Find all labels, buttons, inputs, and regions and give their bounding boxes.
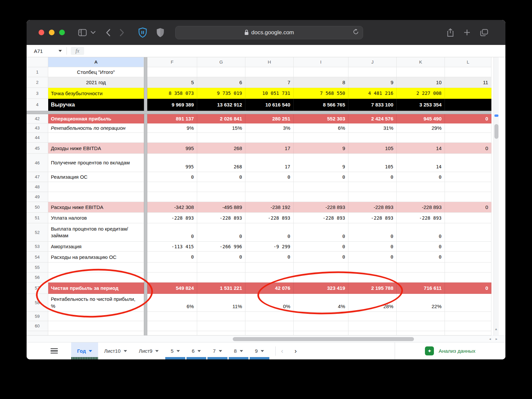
vertical-scrollbar[interactable]: [493, 57, 499, 335]
cell-J45[interactable]: 105: [348, 143, 397, 154]
cell-A46[interactable]: Получение процентов по вкладам: [48, 154, 144, 172]
cell-J59[interactable]: [348, 312, 397, 321]
cell-J47[interactable]: 0: [348, 172, 397, 182]
cell-F45[interactable]: 995: [147, 143, 197, 154]
row-header-49[interactable]: 49: [27, 192, 48, 202]
cell-I1[interactable]: [294, 67, 348, 77]
cell-A2[interactable]: 2021 год: [48, 77, 144, 88]
cell-I53[interactable]: 0: [294, 242, 348, 252]
cell-F1[interactable]: [147, 67, 197, 77]
freeze-column-divider[interactable]: [144, 77, 147, 88]
row-header-54[interactable]: 54: [27, 252, 48, 263]
tab-dropdown-icon[interactable]: [89, 350, 92, 352]
zoom-window-button[interactable]: [59, 30, 65, 35]
freeze-column-divider[interactable]: [144, 263, 147, 273]
close-window-button[interactable]: [39, 30, 44, 35]
cell-K55[interactable]: [397, 263, 445, 273]
freeze-column-divider[interactable]: [144, 67, 147, 77]
cell-G51[interactable]: -228 893: [197, 213, 245, 223]
freeze-column-divider[interactable]: [144, 88, 147, 99]
row-header-51[interactable]: 51: [27, 213, 48, 223]
cell-J52[interactable]: 0: [348, 223, 397, 242]
sheet-tab-7[interactable]: 7: [207, 342, 228, 359]
cell-A47[interactable]: Реализация ОС: [48, 172, 144, 182]
row-header-filler[interactable]: [27, 331, 48, 335]
row-header-43[interactable]: 43: [27, 123, 48, 133]
cell-K54[interactable]: 0: [397, 252, 445, 263]
cell-K47[interactable]: 0: [397, 172, 445, 182]
cell-F[interactable]: [147, 331, 197, 335]
cell-F3[interactable]: 8 358 073: [147, 88, 197, 99]
cell-H43[interactable]: 3%: [245, 123, 294, 133]
cell-L53[interactable]: [445, 242, 491, 252]
cell-K43[interactable]: 29%: [397, 123, 445, 133]
cell-L[interactable]: [445, 331, 491, 335]
shield-pause-icon[interactable]: [138, 27, 147, 38]
cell-F52[interactable]: 0: [147, 223, 197, 242]
cell-H55[interactable]: [245, 263, 294, 273]
scroll-up-arrow-icon[interactable]: ▲: [493, 326, 499, 331]
cell-J42[interactable]: 2 424 576: [348, 114, 397, 123]
cell-L45[interactable]: 0: [445, 143, 491, 154]
row-header-47[interactable]: 47: [27, 172, 48, 182]
tabs-next-icon[interactable]: ›: [295, 347, 297, 355]
cell-H1[interactable]: [245, 67, 294, 77]
cell-K51[interactable]: -228 893: [397, 213, 445, 223]
cell-H60[interactable]: [245, 321, 294, 331]
cell-H47[interactable]: 0: [245, 172, 294, 182]
name-box[interactable]: A71: [27, 48, 66, 54]
all-sheets-menu-icon[interactable]: [51, 348, 58, 354]
horizontal-scrollbar[interactable]: ◂ ▸: [27, 335, 505, 342]
cell-K4[interactable]: 3 253 354: [397, 99, 445, 111]
cell-H2[interactable]: 7: [245, 77, 294, 88]
cell-A44[interactable]: [48, 133, 144, 143]
cell-J49[interactable]: [348, 192, 397, 202]
cell-G3[interactable]: 9 735 019: [197, 88, 245, 99]
tab-dropdown-icon[interactable]: [155, 350, 159, 352]
cell-F60[interactable]: [147, 321, 197, 331]
freeze-column-divider[interactable]: [144, 123, 147, 133]
cell-J54[interactable]: 0: [348, 252, 397, 263]
cell-I3[interactable]: 7 568 550: [294, 88, 348, 99]
horizontal-scrollbar-thumb[interactable]: [233, 337, 414, 341]
row-header-50[interactable]: 50: [27, 202, 48, 213]
cell-H45[interactable]: 17: [245, 143, 294, 154]
column-header-G[interactable]: G: [197, 57, 245, 67]
cell-J3[interactable]: 4 481 216: [348, 88, 397, 99]
cell-H3[interactable]: 10 051 731: [245, 88, 294, 99]
cell-L59[interactable]: [445, 312, 491, 321]
cell-J[interactable]: [348, 331, 397, 335]
freeze-column-divider[interactable]: [144, 182, 147, 192]
cell-H49[interactable]: [245, 192, 294, 202]
shield-icon[interactable]: [156, 28, 165, 38]
cell-L43[interactable]: [445, 123, 491, 133]
row-header-60[interactable]: 60: [27, 321, 48, 331]
minimize-window-button[interactable]: [49, 30, 55, 35]
share-icon[interactable]: [447, 28, 454, 37]
cell-K49[interactable]: [397, 192, 445, 202]
cell-G53[interactable]: -266 996: [197, 242, 245, 252]
back-icon[interactable]: [106, 29, 110, 36]
cell-J4[interactable]: 7 833 100: [348, 99, 397, 111]
cell-G56[interactable]: [197, 273, 245, 283]
row-header-1[interactable]: 1: [27, 67, 48, 77]
cell-L2[interactable]: 11: [445, 77, 491, 88]
cell-G47[interactable]: 0: [197, 172, 245, 182]
cell-F49[interactable]: [147, 192, 197, 202]
cell-G60[interactable]: [197, 321, 245, 331]
cell-L1[interactable]: [445, 67, 491, 77]
column-header-F[interactable]: F: [147, 57, 197, 67]
cell-L48[interactable]: [445, 182, 491, 192]
cell-K57[interactable]: 716 611: [397, 283, 445, 294]
cell-L3[interactable]: [445, 88, 491, 99]
cell-I[interactable]: [294, 331, 348, 335]
cell-I42[interactable]: 552 303: [294, 114, 348, 123]
cell-L4[interactable]: [445, 99, 491, 111]
sheet-tab-Лист10[interactable]: Лист10: [98, 342, 133, 359]
cell-L42[interactable]: 0: [445, 114, 491, 123]
tabs-prev-icon[interactable]: ‹: [281, 347, 283, 355]
tab-dropdown-icon[interactable]: [240, 350, 243, 352]
row-header-46[interactable]: 46: [27, 154, 48, 172]
sheet-tab-8[interactable]: 8: [228, 342, 249, 359]
cell-I46[interactable]: 9: [294, 154, 348, 172]
